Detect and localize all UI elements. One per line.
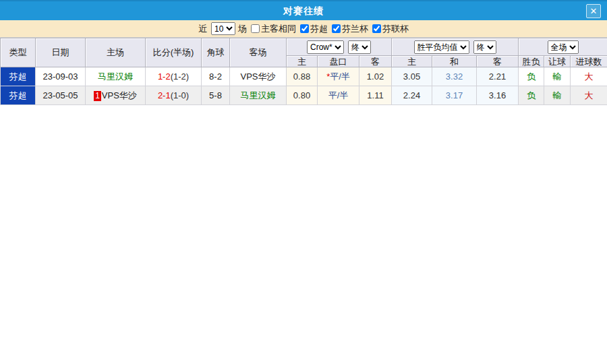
handicap-result-cell: 輸	[544, 67, 571, 86]
home-team-cell: 1VPS华沙	[86, 86, 146, 105]
halftime-score: (1-2)	[171, 71, 189, 82]
same-venue-checkbox[interactable]	[251, 24, 260, 33]
handicap-line: 平/半	[328, 90, 349, 100]
sub-header-asian-away: 客	[359, 56, 392, 67]
goals-cell: 大	[571, 67, 607, 86]
close-icon[interactable]: ✕	[586, 4, 601, 18]
league-checkbox[interactable]	[372, 24, 381, 33]
fulltime-score: 1-2	[158, 71, 171, 82]
handicap-result-cell: 輸	[544, 86, 571, 105]
sub-header-handicap-result: 让球	[544, 56, 571, 67]
bookmaker-select[interactable]: Crow*	[307, 40, 344, 54]
asian-home-odds-cell: 0.88	[287, 67, 318, 86]
sub-header-goals: 进球数	[571, 56, 607, 67]
away-team-cell: VPS华沙	[230, 67, 287, 86]
date-cell: 23-09-03	[36, 67, 86, 86]
league-label: 芬兰杯	[342, 23, 368, 35]
dialog-titlebar: 对赛往绩 ✕	[0, 0, 607, 20]
filter-bar: 近 10 场 主客相同 芬超芬兰杯芬联杯	[0, 20, 607, 38]
league-label: 芬超	[310, 23, 328, 35]
score-cell: 2-1(1-0)	[146, 86, 202, 105]
asian-odds-group-header: Crow* 终	[287, 38, 392, 56]
league-filter-item[interactable]: 芬联杯	[372, 23, 409, 35]
result-group-header: 全场	[519, 38, 607, 56]
league-filters: 芬超芬兰杯芬联杯	[296, 23, 409, 35]
draw-odds-cell: 3.32	[432, 67, 477, 86]
period-select[interactable]: 全场	[548, 40, 579, 54]
same-venue-filter[interactable]: 主客相同	[251, 23, 296, 35]
score-cell: 1-2(1-2)	[146, 67, 202, 86]
asian-home-odds-cell: 0.80	[287, 86, 318, 105]
handicap-cell: 平/半	[318, 86, 359, 105]
home-win-odds-cell: 2.24	[392, 86, 432, 105]
near-label: 近	[198, 23, 207, 35]
col-header-corner: 角球	[202, 38, 230, 67]
games-label: 场	[238, 23, 247, 35]
same-venue-label: 主客相同	[261, 23, 296, 35]
table-row: 芬超 23-09-03 马里汉姆 1-2(1-2) 8-2 VPS华沙 0.88…	[1, 67, 607, 86]
away-team-name: 马里汉姆	[241, 90, 276, 100]
result-cell: 负	[519, 86, 544, 105]
goals-cell: 大	[571, 86, 607, 105]
result-cell: 负	[519, 67, 544, 86]
date-cell: 23-05-05	[36, 86, 86, 105]
league-label: 芬联杯	[382, 23, 409, 35]
away-win-odds-cell: 3.16	[477, 86, 519, 105]
col-header-away: 客场	[230, 38, 287, 67]
corners-cell: 8-2	[202, 67, 230, 86]
fulltime-score: 2-1	[158, 90, 171, 100]
league-cell: 芬超	[1, 67, 36, 86]
sub-header-odds-draw: 和	[432, 56, 477, 67]
league-cell: 芬超	[1, 86, 36, 105]
league-checkbox[interactable]	[300, 24, 309, 33]
halftime-score: (1-0)	[171, 90, 189, 100]
sub-header-asian-home: 主	[287, 56, 318, 67]
h2h-table: 类型 日期 主场 比分(半场) 角球 客场 Crow* 终 胜平负均值 终	[0, 38, 607, 105]
corners-cell: 5-8	[202, 86, 230, 105]
avg-odds-group-header: 胜平负均值 终	[392, 38, 519, 56]
away-team-name: VPS华沙	[240, 71, 275, 82]
avg-odds-select[interactable]: 胜平负均值	[414, 40, 469, 54]
asian-time-select[interactable]: 终	[348, 40, 371, 54]
sub-header-odds-away: 客	[477, 56, 519, 67]
dialog-title: 对赛往绩	[0, 1, 607, 20]
home-team-name: 马里汉姆	[98, 71, 133, 82]
home-team-cell: 马里汉姆	[86, 67, 146, 86]
home-win-odds-cell: 3.05	[392, 67, 432, 86]
league-filter-item[interactable]: 芬超	[300, 23, 328, 35]
sub-header-handicap: 盘口	[318, 56, 359, 67]
avg-time-select[interactable]: 终	[473, 40, 496, 54]
col-header-score: 比分(半场)	[146, 38, 202, 67]
handicap-line: 平/半	[330, 71, 350, 82]
col-header-home: 主场	[86, 38, 146, 67]
handicap-cell: *平/半	[318, 67, 359, 86]
sub-header-result: 胜负	[519, 56, 544, 67]
asian-away-odds-cell: 1.11	[359, 86, 392, 105]
asian-away-odds-cell: 1.02	[359, 67, 392, 86]
league-filter-item[interactable]: 芬兰杯	[332, 23, 368, 35]
home-team-name: VPS华沙	[102, 90, 137, 100]
sub-header-odds-home: 主	[392, 56, 432, 67]
home-rank-badge: 1	[94, 91, 101, 101]
draw-odds-cell: 3.17	[432, 86, 477, 105]
league-checkbox[interactable]	[332, 24, 341, 33]
match-count-select[interactable]: 10	[211, 22, 235, 35]
col-header-date: 日期	[36, 38, 86, 67]
away-win-odds-cell: 2.21	[477, 67, 519, 86]
table-row: 芬超 23-05-05 1VPS华沙 2-1(1-0) 5-8 马里汉姆 0.8…	[1, 86, 607, 105]
away-team-cell: 马里汉姆	[230, 86, 287, 105]
col-header-type: 类型	[1, 38, 36, 67]
